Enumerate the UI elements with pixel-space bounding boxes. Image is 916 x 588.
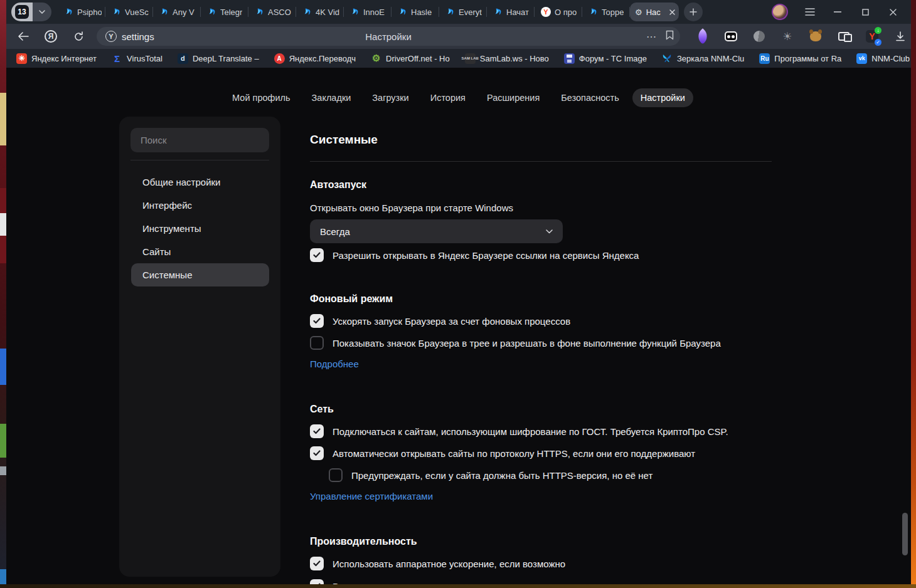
nav-extensions[interactable]: Расширения xyxy=(479,88,548,107)
yandex-internet-favicon: ✳ xyxy=(16,53,27,64)
certificates-link[interactable]: Управление сертификатами xyxy=(310,491,433,501)
bookmark-item[interactable]: Σ VirusTotal xyxy=(112,53,162,64)
screen: 13 Psipho VueSc Any V xyxy=(0,0,916,588)
bookmark-item[interactable]: Ru Программы от Ra xyxy=(759,53,841,64)
mask-extension-icon[interactable] xyxy=(723,29,738,44)
checkbox-checked[interactable] xyxy=(310,557,324,570)
new-tab-button[interactable] xyxy=(684,3,703,21)
sun-extension-icon[interactable]: ☀ xyxy=(780,29,795,44)
bookmark-item[interactable]: Форум - TC Image xyxy=(564,53,647,64)
nav-security[interactable]: Безопасность xyxy=(553,88,627,107)
browser-tab[interactable]: Everyt xyxy=(439,0,487,24)
checkbox-checked[interactable] xyxy=(310,424,324,438)
profile-avatar[interactable] xyxy=(772,4,788,20)
yandex-icon: Y xyxy=(541,7,551,17)
bookmark-item[interactable]: d DeepL Translate – xyxy=(178,53,259,64)
settings-top-nav: Мой профиль Закладки Загрузки История Ра… xyxy=(6,88,911,107)
bookmark-item[interactable]: Зеркала NNM-Clu xyxy=(662,53,744,64)
minimize-button[interactable] xyxy=(832,6,843,18)
close-window-button[interactable] xyxy=(887,6,898,18)
window-controls xyxy=(772,4,911,20)
bookmarks-bar: ✳ Яндекс Интернет Σ VirusTotal d DeepL T… xyxy=(6,49,911,68)
desktop-icon-fragment xyxy=(0,213,6,236)
browser-tab[interactable]: InnoE xyxy=(344,0,391,24)
download-badge: ↓ xyxy=(875,27,881,34)
bookmark-item[interactable]: SAM LAB SamLab.ws - Ново xyxy=(465,53,549,64)
reload-button[interactable] xyxy=(70,28,87,45)
browser-tab[interactable]: Toppe xyxy=(582,0,630,24)
bookmark-item[interactable]: ✳ Яндекс Интернет xyxy=(16,53,97,64)
torrent-icon xyxy=(159,8,169,17)
close-tab-icon[interactable] xyxy=(669,9,675,15)
checkbox-unchecked[interactable] xyxy=(329,468,343,482)
bookmark-item[interactable]: vk NNM-Club xyxy=(856,53,910,64)
nav-bookmarks[interactable]: Закладки xyxy=(304,88,359,107)
checkbox-row: Автоматически открывать сайты по протоко… xyxy=(310,446,772,461)
details-link[interactable]: Подробнее xyxy=(310,359,359,369)
search-input[interactable] xyxy=(130,128,269,152)
nav-settings[interactable]: Настройки xyxy=(632,88,693,107)
checkbox-checked[interactable] xyxy=(310,248,324,262)
browser-tab[interactable]: Y О про xyxy=(535,0,582,24)
desktop-icon-fragment xyxy=(0,466,6,475)
floppy-favicon xyxy=(564,53,575,64)
keys-extension-icon[interactable] xyxy=(836,29,851,44)
menu-icon[interactable] xyxy=(804,6,816,18)
checkbox-checked[interactable] xyxy=(310,314,324,328)
browser-tab-active-settings[interactable]: ⚙ Нас xyxy=(630,3,679,21)
browser-tab[interactable]: ASCO xyxy=(248,0,296,24)
tab-strip: 13 Psipho VueSc Any V xyxy=(6,0,911,24)
nav-downloads[interactable]: Загрузки xyxy=(364,88,417,107)
browser-tab[interactable]: Telegr xyxy=(201,0,248,24)
downloads-icon[interactable] xyxy=(893,29,908,44)
nav-history[interactable]: История xyxy=(422,88,474,107)
sidebar-item-general[interactable]: Общие настройки xyxy=(119,171,280,194)
checkbox-checked[interactable] xyxy=(310,579,324,584)
chevron-down-icon[interactable] xyxy=(33,3,51,21)
url-value[interactable]: settings xyxy=(122,31,154,42)
settings-content: Системные Автозапуск Открывать окно Брау… xyxy=(310,128,772,584)
more-options-icon[interactable]: ⋯ xyxy=(646,31,657,43)
sidebar-item-sites[interactable]: Сайты xyxy=(119,240,280,263)
bookmark-item[interactable]: ⚙ DriverOff.net - Но xyxy=(371,53,450,64)
browser-tab[interactable]: Начат xyxy=(487,0,535,24)
tab-counter[interactable]: 13 xyxy=(11,3,51,21)
sidebar-item-tools[interactable]: Инструменты xyxy=(119,217,280,240)
butterfly-favicon xyxy=(662,53,673,64)
browser-tab[interactable]: VueSc xyxy=(105,0,153,24)
browser-tab[interactable]: Psipho xyxy=(58,0,105,24)
virustotal-favicon: Σ xyxy=(112,53,122,64)
desktop-icon-fragment xyxy=(0,424,6,458)
bookmark-item[interactable]: А Яндекс.Переводч xyxy=(274,53,356,64)
moon-extension-icon[interactable] xyxy=(752,29,767,44)
bookmark-icon[interactable] xyxy=(666,30,674,43)
sidebar-item-interface[interactable]: Интерфейс xyxy=(119,194,280,217)
desktop-wallpaper-right-edge xyxy=(911,0,916,588)
autostart-select[interactable]: Всегда xyxy=(310,219,563,243)
back-button[interactable] xyxy=(15,28,31,45)
scrollbar-thumb[interactable] xyxy=(902,513,908,555)
yandex-downloader-icon[interactable]: Y ↓ ✓ xyxy=(865,29,880,44)
vk-favicon: vk xyxy=(856,53,867,64)
nav-my-profile[interactable]: Мой профиль xyxy=(224,88,298,107)
yandex-start-button[interactable]: Я xyxy=(43,28,59,45)
dog-extension-icon[interactable] xyxy=(808,29,823,44)
browser-tab[interactable]: Hasle xyxy=(391,0,439,24)
maximize-button[interactable] xyxy=(860,6,871,18)
page-title: Системные xyxy=(310,133,772,147)
section-network-title: Сеть xyxy=(310,404,772,415)
checkbox-unchecked[interactable] xyxy=(310,336,324,350)
torrent-icon xyxy=(398,8,407,17)
desktop-wallpaper-left-edge xyxy=(0,0,6,588)
extension-icons: ☀ Y ↓ ✓ xyxy=(695,29,916,44)
checkbox-checked[interactable] xyxy=(310,446,324,460)
sidebar-item-system[interactable]: Системные xyxy=(131,263,269,286)
settings-sidebar: Общие настройки Интерфейс Инструменты Са… xyxy=(119,117,280,577)
section-background-title: Фоновый режим xyxy=(310,293,772,305)
protect-icon[interactable]: Y xyxy=(105,31,117,42)
quill-extension-icon[interactable] xyxy=(695,29,710,44)
browser-tab[interactable]: Any V xyxy=(153,0,201,24)
url-bar[interactable]: Y settings Настройки ⋯ xyxy=(97,27,680,46)
browser-tab[interactable]: 4K Vid xyxy=(296,0,344,24)
torrent-icon xyxy=(493,8,503,17)
